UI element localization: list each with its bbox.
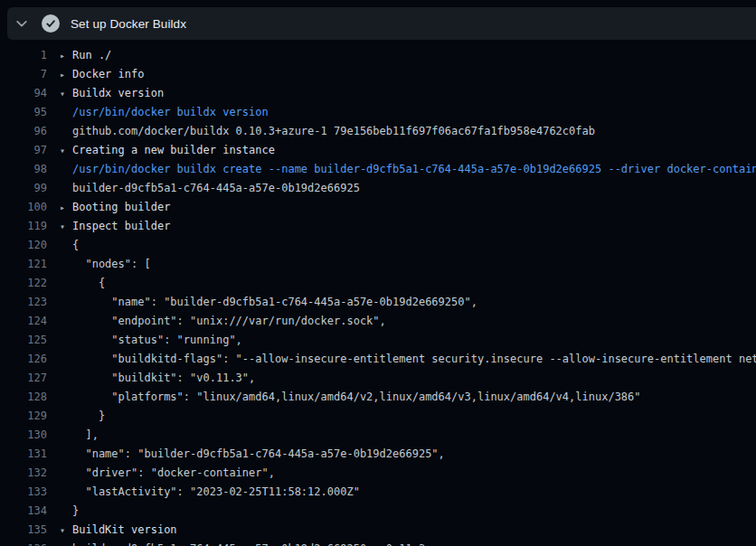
chevron-down-icon: ▾: [47, 141, 72, 160]
check-circle-icon: [42, 14, 60, 33]
log-group-row[interactable]: 7 ▸ Docker info: [0, 65, 756, 84]
arrow-spacer: [47, 255, 72, 274]
log-line: 123 "name": "builder-d9cfb5a1-c764-445a-…: [0, 293, 756, 312]
line-number-link[interactable]: 133: [0, 483, 47, 502]
line-number-link[interactable]: 96: [0, 122, 47, 141]
log-rows: 1 ▸ Run ./ 7 ▸ Docker info 94 ▾ Buildx v…: [0, 46, 756, 546]
log-line-text: "buildkit": "v0.11.3",: [72, 369, 756, 388]
line-number-link[interactable]: 130: [0, 426, 47, 445]
step-title: Set up Docker Buildx: [71, 17, 186, 31]
chevron-down-icon: ▾: [47, 521, 72, 540]
log-line: 124 "endpoint": "unix:///var/run/docker.…: [0, 312, 756, 331]
line-number-link[interactable]: 127: [0, 369, 47, 388]
chevron-down-icon: [14, 16, 29, 31]
arrow-spacer: [47, 483, 72, 502]
line-number-link[interactable]: 129: [0, 407, 47, 426]
line-number-link[interactable]: 132: [0, 464, 47, 483]
log-line: 95 /usr/bin/docker buildx version: [0, 103, 756, 122]
line-number-link[interactable]: 122: [0, 274, 47, 293]
log-line-text: "status": "running",: [72, 331, 756, 350]
log-group-row[interactable]: 97 ▾ Creating a new builder instance: [0, 141, 756, 160]
log-line: 131 "name": "builder-d9cfb5a1-c764-445a-…: [0, 445, 756, 464]
step-header[interactable]: Set up Docker Buildx: [7, 7, 756, 40]
log-group-row[interactable]: 135 ▾ BuildKit version: [0, 521, 756, 540]
log-area: 1 ▸ Run ./ 7 ▸ Docker info 94 ▾ Buildx v…: [0, 40, 756, 546]
log-line-text: BuildKit version: [72, 521, 756, 540]
line-number-link[interactable]: 120: [0, 236, 47, 255]
line-number-link[interactable]: 136: [0, 540, 47, 546]
arrow-spacer: [47, 445, 72, 464]
line-number-link[interactable]: 1: [0, 46, 47, 65]
log-line-text: "lastActivity": "2023-02-25T11:58:12.000…: [72, 483, 756, 502]
line-number-link[interactable]: 100: [0, 198, 47, 217]
line-number-link[interactable]: 97: [0, 141, 47, 160]
log-line: 136 builder-d9cfb5a1-c764-445a-a57e-0b19…: [0, 540, 756, 546]
chevron-down-icon: ▾: [47, 217, 72, 236]
line-number-link[interactable]: 94: [0, 84, 47, 103]
log-line-text: {: [72, 236, 756, 255]
log-line-text: Docker info: [72, 65, 756, 84]
log-line-text: "name": "builder-d9cfb5a1-c764-445a-a57e…: [72, 293, 756, 312]
arrow-spacer: [47, 331, 72, 350]
log-line-text: "platforms": "linux/amd64,linux/amd64/v2…: [72, 388, 756, 407]
log-line-text: "nodes": [: [72, 255, 756, 274]
arrow-spacer: [47, 179, 72, 198]
step-collapse-toggle[interactable]: [7, 7, 36, 40]
log-line: 129 }: [0, 407, 756, 426]
log-line-text: builder-d9cfb5a1-c764-445a-a57e-0b19d2e6…: [72, 540, 756, 546]
log-line-text: github.com/docker/buildx 0.10.3+azure-1 …: [72, 122, 756, 141]
arrow-spacer: [47, 236, 72, 255]
line-number-link[interactable]: 128: [0, 388, 47, 407]
line-number-link[interactable]: 119: [0, 217, 47, 236]
line-number-link[interactable]: 126: [0, 350, 47, 369]
log-line-text: }: [72, 407, 756, 426]
log-group-row[interactable]: 100 ▸ Booting builder: [0, 198, 756, 217]
log-line: 132 "driver": "docker-container",: [0, 464, 756, 483]
arrow-spacer: [47, 407, 72, 426]
log-line: 98 /usr/bin/docker buildx create --name …: [0, 160, 756, 179]
arrow-spacer: [47, 274, 72, 293]
chevron-right-icon: ▸: [47, 65, 72, 84]
log-line-text: Buildx version: [72, 84, 756, 103]
log-line-text: Run ./: [72, 46, 756, 65]
log-line-text: builder-d9cfb5a1-c764-445a-a57e-0b19d2e6…: [72, 179, 756, 198]
log-line-text: "endpoint": "unix:///var/run/docker.sock…: [72, 312, 756, 331]
line-number-link[interactable]: 135: [0, 521, 47, 540]
log-line-text: Creating a new builder instance: [72, 141, 756, 160]
line-number-link[interactable]: 123: [0, 293, 47, 312]
line-number-link[interactable]: 99: [0, 179, 47, 198]
log-line: 125 "status": "running",: [0, 331, 756, 350]
log-line: 134 }: [0, 502, 756, 521]
log-group-row[interactable]: 1 ▸ Run ./: [0, 46, 756, 65]
log-line-text: ],: [72, 426, 756, 445]
line-number-link[interactable]: 125: [0, 331, 47, 350]
line-number-link[interactable]: 134: [0, 502, 47, 521]
log-group-row[interactable]: 94 ▾ Buildx version: [0, 84, 756, 103]
log-line: 120 {: [0, 236, 756, 255]
log-group-row[interactable]: 119 ▾ Inspect builder: [0, 217, 756, 236]
log-line: 122 {: [0, 274, 756, 293]
log-line-text: "driver": "docker-container",: [72, 464, 756, 483]
line-number-link[interactable]: 124: [0, 312, 47, 331]
log-line: 133 "lastActivity": "2023-02-25T11:58:12…: [0, 483, 756, 502]
log-line: 99 builder-d9cfb5a1-c764-445a-a57e-0b19d…: [0, 179, 756, 198]
arrow-spacer: [47, 502, 72, 521]
log-line-text: {: [72, 274, 756, 293]
line-number-link[interactable]: 98: [0, 160, 47, 179]
chevron-down-icon: ▾: [47, 84, 72, 103]
arrow-spacer: [47, 388, 72, 407]
arrow-spacer: [47, 350, 72, 369]
line-number-link[interactable]: 7: [0, 65, 47, 84]
log-line: 126 "buildkitd-flags": "--allow-insecure…: [0, 350, 756, 369]
log-line: 128 "platforms": "linux/amd64,linux/amd6…: [0, 388, 756, 407]
arrow-spacer: [47, 122, 72, 141]
arrow-spacer: [47, 312, 72, 331]
line-number-link[interactable]: 121: [0, 255, 47, 274]
line-number-link[interactable]: 131: [0, 445, 47, 464]
log-line-text: /usr/bin/docker buildx create --name bui…: [72, 160, 756, 179]
line-number-link[interactable]: 95: [0, 103, 47, 122]
log-line-text: "buildkitd-flags": "--allow-insecure-ent…: [72, 350, 756, 369]
log-line-text: "name": "builder-d9cfb5a1-c764-445a-a57e…: [72, 445, 756, 464]
log-line: 130 ],: [0, 426, 756, 445]
chevron-right-icon: ▸: [47, 198, 72, 217]
